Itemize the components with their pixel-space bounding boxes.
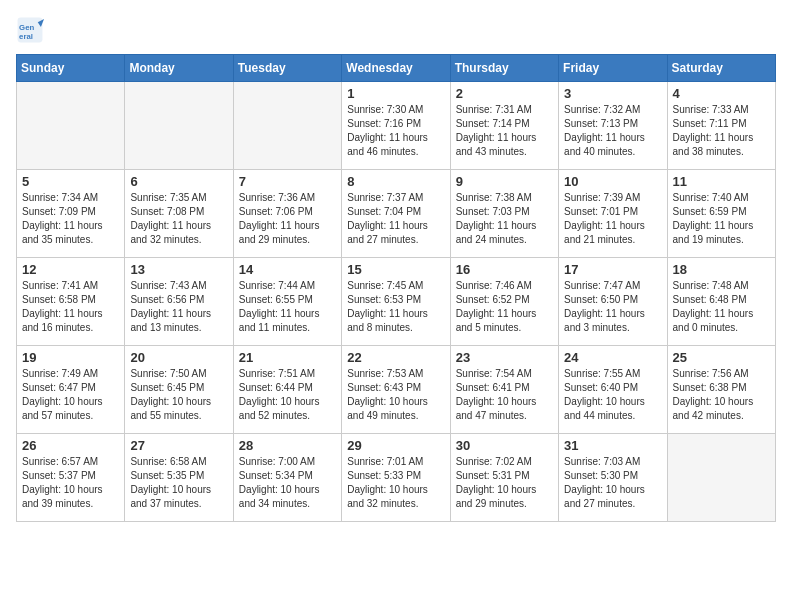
calendar-day-cell: 22Sunrise: 7:53 AMSunset: 6:43 PMDayligh…	[342, 346, 450, 434]
weekday-header-cell: Thursday	[450, 55, 558, 82]
day-info: Sunrise: 7:51 AMSunset: 6:44 PMDaylight:…	[239, 367, 336, 423]
weekday-header-cell: Saturday	[667, 55, 775, 82]
calendar-day-cell: 16Sunrise: 7:46 AMSunset: 6:52 PMDayligh…	[450, 258, 558, 346]
day-number: 21	[239, 350, 336, 365]
day-info: Sunrise: 6:58 AMSunset: 5:35 PMDaylight:…	[130, 455, 227, 511]
calendar-day-cell	[233, 82, 341, 170]
day-info: Sunrise: 7:00 AMSunset: 5:34 PMDaylight:…	[239, 455, 336, 511]
day-info: Sunrise: 7:02 AMSunset: 5:31 PMDaylight:…	[456, 455, 553, 511]
day-number: 23	[456, 350, 553, 365]
calendar-day-cell: 29Sunrise: 7:01 AMSunset: 5:33 PMDayligh…	[342, 434, 450, 522]
day-info: Sunrise: 7:01 AMSunset: 5:33 PMDaylight:…	[347, 455, 444, 511]
calendar-table: SundayMondayTuesdayWednesdayThursdayFrid…	[16, 54, 776, 522]
calendar-day-cell: 9Sunrise: 7:38 AMSunset: 7:03 PMDaylight…	[450, 170, 558, 258]
day-info: Sunrise: 7:30 AMSunset: 7:16 PMDaylight:…	[347, 103, 444, 159]
calendar-day-cell: 7Sunrise: 7:36 AMSunset: 7:06 PMDaylight…	[233, 170, 341, 258]
calendar-day-cell: 6Sunrise: 7:35 AMSunset: 7:08 PMDaylight…	[125, 170, 233, 258]
weekday-header-row: SundayMondayTuesdayWednesdayThursdayFrid…	[17, 55, 776, 82]
weekday-header-cell: Sunday	[17, 55, 125, 82]
calendar-day-cell: 21Sunrise: 7:51 AMSunset: 6:44 PMDayligh…	[233, 346, 341, 434]
calendar-day-cell: 24Sunrise: 7:55 AMSunset: 6:40 PMDayligh…	[559, 346, 667, 434]
day-number: 13	[130, 262, 227, 277]
calendar-day-cell: 23Sunrise: 7:54 AMSunset: 6:41 PMDayligh…	[450, 346, 558, 434]
calendar-day-cell: 14Sunrise: 7:44 AMSunset: 6:55 PMDayligh…	[233, 258, 341, 346]
day-number: 24	[564, 350, 661, 365]
day-info: Sunrise: 7:54 AMSunset: 6:41 PMDaylight:…	[456, 367, 553, 423]
day-info: Sunrise: 7:43 AMSunset: 6:56 PMDaylight:…	[130, 279, 227, 335]
calendar-day-cell	[125, 82, 233, 170]
day-number: 20	[130, 350, 227, 365]
day-number: 12	[22, 262, 119, 277]
calendar-day-cell: 13Sunrise: 7:43 AMSunset: 6:56 PMDayligh…	[125, 258, 233, 346]
day-info: Sunrise: 7:47 AMSunset: 6:50 PMDaylight:…	[564, 279, 661, 335]
calendar-day-cell: 20Sunrise: 7:50 AMSunset: 6:45 PMDayligh…	[125, 346, 233, 434]
day-info: Sunrise: 7:44 AMSunset: 6:55 PMDaylight:…	[239, 279, 336, 335]
day-number: 7	[239, 174, 336, 189]
day-number: 29	[347, 438, 444, 453]
calendar-day-cell: 30Sunrise: 7:02 AMSunset: 5:31 PMDayligh…	[450, 434, 558, 522]
day-info: Sunrise: 7:46 AMSunset: 6:52 PMDaylight:…	[456, 279, 553, 335]
calendar-day-cell: 28Sunrise: 7:00 AMSunset: 5:34 PMDayligh…	[233, 434, 341, 522]
weekday-header-cell: Friday	[559, 55, 667, 82]
calendar-day-cell: 10Sunrise: 7:39 AMSunset: 7:01 PMDayligh…	[559, 170, 667, 258]
calendar-day-cell	[17, 82, 125, 170]
day-info: Sunrise: 7:40 AMSunset: 6:59 PMDaylight:…	[673, 191, 770, 247]
day-number: 11	[673, 174, 770, 189]
day-number: 17	[564, 262, 661, 277]
day-number: 4	[673, 86, 770, 101]
day-number: 30	[456, 438, 553, 453]
calendar-week-row: 26Sunrise: 6:57 AMSunset: 5:37 PMDayligh…	[17, 434, 776, 522]
calendar-week-row: 1Sunrise: 7:30 AMSunset: 7:16 PMDaylight…	[17, 82, 776, 170]
day-number: 1	[347, 86, 444, 101]
day-info: Sunrise: 7:41 AMSunset: 6:58 PMDaylight:…	[22, 279, 119, 335]
calendar-day-cell: 4Sunrise: 7:33 AMSunset: 7:11 PMDaylight…	[667, 82, 775, 170]
day-number: 3	[564, 86, 661, 101]
day-number: 22	[347, 350, 444, 365]
day-number: 18	[673, 262, 770, 277]
calendar-day-cell: 11Sunrise: 7:40 AMSunset: 6:59 PMDayligh…	[667, 170, 775, 258]
calendar-day-cell: 18Sunrise: 7:48 AMSunset: 6:48 PMDayligh…	[667, 258, 775, 346]
day-number: 9	[456, 174, 553, 189]
calendar-day-cell: 3Sunrise: 7:32 AMSunset: 7:13 PMDaylight…	[559, 82, 667, 170]
calendar-day-cell: 31Sunrise: 7:03 AMSunset: 5:30 PMDayligh…	[559, 434, 667, 522]
weekday-header-cell: Wednesday	[342, 55, 450, 82]
day-info: Sunrise: 7:53 AMSunset: 6:43 PMDaylight:…	[347, 367, 444, 423]
weekday-header-cell: Tuesday	[233, 55, 341, 82]
day-info: Sunrise: 7:36 AMSunset: 7:06 PMDaylight:…	[239, 191, 336, 247]
day-number: 2	[456, 86, 553, 101]
day-info: Sunrise: 7:45 AMSunset: 6:53 PMDaylight:…	[347, 279, 444, 335]
calendar-day-cell: 12Sunrise: 7:41 AMSunset: 6:58 PMDayligh…	[17, 258, 125, 346]
weekday-header-cell: Monday	[125, 55, 233, 82]
calendar-day-cell: 15Sunrise: 7:45 AMSunset: 6:53 PMDayligh…	[342, 258, 450, 346]
page-header: Gen eral	[16, 16, 776, 44]
day-info: Sunrise: 7:33 AMSunset: 7:11 PMDaylight:…	[673, 103, 770, 159]
logo-icon: Gen eral	[16, 16, 44, 44]
day-info: Sunrise: 7:49 AMSunset: 6:47 PMDaylight:…	[22, 367, 119, 423]
day-info: Sunrise: 7:39 AMSunset: 7:01 PMDaylight:…	[564, 191, 661, 247]
day-info: Sunrise: 7:35 AMSunset: 7:08 PMDaylight:…	[130, 191, 227, 247]
day-number: 15	[347, 262, 444, 277]
calendar-week-row: 5Sunrise: 7:34 AMSunset: 7:09 PMDaylight…	[17, 170, 776, 258]
day-info: Sunrise: 7:37 AMSunset: 7:04 PMDaylight:…	[347, 191, 444, 247]
day-number: 25	[673, 350, 770, 365]
day-info: Sunrise: 7:56 AMSunset: 6:38 PMDaylight:…	[673, 367, 770, 423]
day-info: Sunrise: 7:48 AMSunset: 6:48 PMDaylight:…	[673, 279, 770, 335]
day-number: 19	[22, 350, 119, 365]
svg-text:eral: eral	[19, 32, 33, 41]
logo: Gen eral	[16, 16, 48, 44]
calendar-day-cell: 2Sunrise: 7:31 AMSunset: 7:14 PMDaylight…	[450, 82, 558, 170]
day-number: 31	[564, 438, 661, 453]
day-number: 5	[22, 174, 119, 189]
calendar-day-cell	[667, 434, 775, 522]
day-info: Sunrise: 7:34 AMSunset: 7:09 PMDaylight:…	[22, 191, 119, 247]
calendar-week-row: 12Sunrise: 7:41 AMSunset: 6:58 PMDayligh…	[17, 258, 776, 346]
calendar-week-row: 19Sunrise: 7:49 AMSunset: 6:47 PMDayligh…	[17, 346, 776, 434]
calendar-day-cell: 17Sunrise: 7:47 AMSunset: 6:50 PMDayligh…	[559, 258, 667, 346]
calendar-day-cell: 25Sunrise: 7:56 AMSunset: 6:38 PMDayligh…	[667, 346, 775, 434]
calendar-day-cell: 26Sunrise: 6:57 AMSunset: 5:37 PMDayligh…	[17, 434, 125, 522]
day-info: Sunrise: 7:31 AMSunset: 7:14 PMDaylight:…	[456, 103, 553, 159]
calendar-day-cell: 19Sunrise: 7:49 AMSunset: 6:47 PMDayligh…	[17, 346, 125, 434]
day-number: 14	[239, 262, 336, 277]
calendar-day-cell: 8Sunrise: 7:37 AMSunset: 7:04 PMDaylight…	[342, 170, 450, 258]
calendar-day-cell: 5Sunrise: 7:34 AMSunset: 7:09 PMDaylight…	[17, 170, 125, 258]
